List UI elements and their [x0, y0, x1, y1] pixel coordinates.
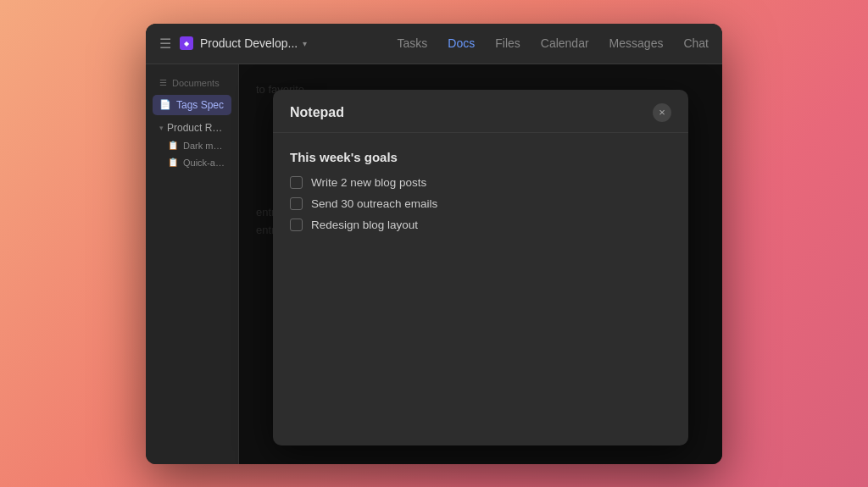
chevron-down-icon[interactable]: ▾	[303, 39, 307, 48]
content-area: ☰ Documents 📄 Tags Spec ▾ Product Relea.…	[146, 64, 722, 464]
checkbox-item-0[interactable]: Write 2 new blog posts	[290, 176, 671, 189]
group-chevron-icon: ▾	[159, 124, 164, 132]
nav-chat[interactable]: Chat	[683, 36, 709, 50]
notepad-heading: This week's goals	[290, 150, 671, 164]
app-title: Product Develop...	[200, 36, 298, 50]
quick-access-icon: 📋	[168, 158, 178, 167]
checkbox-2[interactable]	[290, 219, 303, 231]
checkbox-item-1[interactable]: Send 30 outreach emails	[290, 197, 671, 210]
modal-overlay[interactable]: Notepad × This week's goals Write 2 new …	[239, 64, 722, 464]
tags-spec-icon: 📄	[159, 99, 171, 110]
title-bar: ☰ Product Develop... ▾ Tasks Docs Files …	[146, 24, 722, 64]
dark-mode-label: Dark mode...	[183, 141, 225, 151]
app-logo	[180, 36, 193, 50]
top-nav: Tasks Docs Files Calendar Messages Chat	[398, 36, 709, 50]
checkbox-1[interactable]	[290, 197, 303, 210]
main-content: to favorite... entries for m... entries …	[239, 64, 722, 464]
hamburger-icon[interactable]: ☰	[159, 36, 171, 52]
checkbox-label-1: Send 30 outreach emails	[311, 197, 437, 210]
nav-docs[interactable]: Docs	[448, 36, 475, 50]
modal-header: Notepad ×	[273, 90, 688, 133]
modal-title: Notepad	[290, 105, 344, 120]
app-window: ☰ Product Develop... ▾ Tasks Docs Files …	[146, 24, 722, 464]
sidebar: ☰ Documents 📄 Tags Spec ▾ Product Relea.…	[146, 64, 239, 464]
sidebar-menu-icon: ☰	[159, 78, 167, 87]
checkbox-0[interactable]	[290, 176, 303, 189]
checkbox-item-2[interactable]: Redesign blog layout	[290, 219, 671, 231]
sidebar-group-header[interactable]: ▾ Product Relea...	[153, 119, 231, 137]
checkbox-label-2: Redesign blog layout	[311, 219, 418, 231]
notepad-modal: Notepad × This week's goals Write 2 new …	[273, 90, 688, 445]
modal-close-button[interactable]: ×	[653, 103, 671, 122]
dark-mode-icon: 📋	[168, 141, 178, 150]
sidebar-header: ☰ Documents	[153, 75, 231, 95]
tags-spec-label: Tags Spec	[176, 99, 224, 111]
sidebar-header-label: Documents	[172, 78, 220, 88]
sidebar-group-product-release: ▾ Product Relea... 📋 Dark mode... 📋 Quic…	[153, 119, 231, 171]
nav-calendar[interactable]: Calendar	[541, 36, 589, 50]
sidebar-item-tags-spec[interactable]: 📄 Tags Spec	[153, 95, 231, 115]
nav-messages[interactable]: Messages	[609, 36, 664, 50]
sidebar-item-quick-access[interactable]: 📋 Quick-acc...	[153, 154, 231, 171]
nav-tasks[interactable]: Tasks	[398, 36, 428, 50]
checkbox-label-0: Write 2 new blog posts	[311, 176, 426, 189]
sidebar-item-dark-mode[interactable]: 📋 Dark mode...	[153, 137, 231, 154]
quick-access-label: Quick-acc...	[183, 158, 225, 168]
nav-files[interactable]: Files	[495, 36, 520, 50]
modal-body: This week's goals Write 2 new blog posts…	[273, 133, 688, 257]
group-label: Product Relea...	[167, 122, 225, 134]
